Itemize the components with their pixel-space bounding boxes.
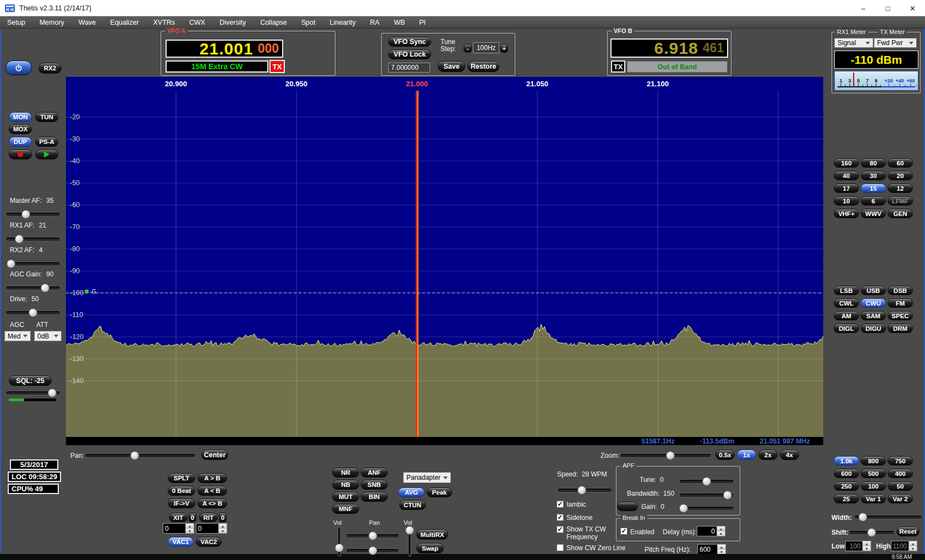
band-40-button[interactable]: 40 — [834, 171, 859, 180]
save-button[interactable]: Save — [438, 61, 465, 72]
rx1-meter-select[interactable]: Signal — [834, 38, 873, 48]
band-6-button[interactable]: 6 — [861, 196, 886, 206]
record-button[interactable] — [9, 149, 32, 159]
tx-meter-select[interactable]: Fwd Pwr — [874, 38, 917, 48]
vfo-op-0beat-button[interactable]: 0 Beat — [168, 486, 195, 496]
filter-250-button[interactable]: 250 — [834, 481, 859, 491]
menu-linearity[interactable]: Linearity — [323, 16, 363, 28]
center-button[interactable]: Center — [201, 450, 228, 460]
xit-button[interactable]: XIT — [169, 513, 188, 522]
filter-shift-slider-thumb[interactable] — [867, 528, 876, 537]
menu-memory[interactable]: Memory — [32, 16, 71, 28]
band-30-button[interactable]: 30 — [861, 171, 886, 180]
show-tx-cw-frequency-checkbox[interactable]: ✓ — [557, 526, 564, 533]
rx1-pan-slider[interactable] — [346, 531, 399, 540]
menu-spot[interactable]: Spot — [294, 16, 323, 28]
iambic-checkbox[interactable]: ✓ — [557, 501, 564, 508]
filter-25-button[interactable]: 25 — [834, 494, 859, 503]
vfo-b-tx-button[interactable]: TX — [611, 60, 625, 73]
zoom-4x-button[interactable]: 4x — [780, 450, 799, 460]
power-button[interactable] — [5, 60, 32, 75]
band-vhf-button[interactable]: VHF+ — [834, 209, 859, 218]
menu-wb[interactable]: WB — [387, 16, 412, 28]
zoom-2x-button[interactable]: 2x — [758, 450, 778, 460]
mode-am-button[interactable]: AM — [834, 311, 859, 320]
filter-500-button[interactable]: 500 — [861, 469, 886, 478]
menu-pi[interactable]: PI — [412, 16, 433, 28]
spin-up-icon[interactable]: ▲ — [909, 541, 917, 546]
maximize-button[interactable]: □ — [876, 0, 900, 16]
break-in-enabled-checkbox[interactable]: ✓ — [620, 528, 627, 535]
ctun-button[interactable]: CTUN — [399, 500, 426, 510]
filter-50-button[interactable]: 50 — [888, 481, 913, 491]
mode-spec-button[interactable]: SPEC — [888, 311, 913, 320]
slider-drive-thumb[interactable] — [29, 308, 37, 317]
swap-button[interactable]: Swap — [416, 543, 444, 553]
spin-up-icon[interactable]: ▲ — [717, 526, 725, 531]
mode-digl-button[interactable]: DIGL — [834, 324, 859, 333]
vfo-a-frequency-display[interactable]: 21.001 000 — [166, 40, 283, 58]
minimize-button[interactable]: – — [851, 0, 876, 16]
cw-speed-slider[interactable] — [557, 486, 612, 495]
spin-up-icon[interactable]: ▲ — [186, 524, 194, 529]
rx2-vol-slider[interactable] — [405, 527, 414, 557]
zoom-slider[interactable] — [620, 451, 712, 460]
display-mode-select[interactable]: Panadapter — [403, 472, 451, 483]
vfo-sync-button[interactable]: VFO Sync — [388, 37, 431, 47]
rit-spinner[interactable]: 0▲▼ — [196, 523, 227, 534]
apf-rx1-button[interactable] — [617, 502, 638, 511]
dsp-nr-button[interactable]: NR — [332, 468, 359, 478]
dsp-mnf-button[interactable]: MNF — [332, 504, 359, 514]
apf-gain-slider[interactable] — [679, 504, 734, 513]
dsp-bin-button[interactable]: BIN — [361, 492, 388, 502]
spin-up-icon[interactable]: ▲ — [219, 524, 227, 529]
dsp-nb-button[interactable]: NB — [332, 480, 359, 490]
spectrum-plot[interactable]: -20-30-40-50-60-70-80-90-100-110-120-130… — [66, 91, 823, 437]
break-in-delay-spinner[interactable]: 0▲▼ — [697, 526, 725, 536]
zoom-1x-button[interactable]: 1x — [737, 450, 756, 460]
band-20-button[interactable]: 20 — [888, 171, 913, 180]
close-button[interactable]: ✕ — [900, 0, 925, 16]
spin-up-icon[interactable]: ▲ — [863, 541, 871, 546]
vfo-op-ab-button[interactable]: A < B — [197, 486, 227, 496]
slider-agcgain[interactable] — [5, 284, 60, 292]
spin-up-icon[interactable]: ▲ — [718, 545, 725, 550]
pitch-freq-spinner[interactable]: 600▲▼ — [697, 544, 726, 555]
squelch-slider-thumb[interactable] — [48, 389, 57, 397]
zoom-0.5x-button[interactable]: 0.5x — [715, 450, 735, 460]
apf-gain-slider-thumb[interactable] — [679, 504, 688, 513]
spin-down-icon[interactable]: ▼ — [717, 531, 725, 536]
apf-tune-slider-thumb[interactable] — [702, 477, 711, 486]
ps-a-button[interactable]: PS-A — [35, 137, 58, 147]
filter-high-spinner[interactable]: 1100▲▼ — [891, 541, 917, 551]
dsp-anf-button[interactable]: ANF — [361, 468, 388, 478]
vac1-button[interactable]: VAC1 — [168, 537, 194, 547]
mode-drm-button[interactable]: DRM — [888, 324, 913, 333]
restore-button[interactable]: Restore — [467, 61, 499, 72]
band-60-button[interactable]: 60 — [888, 158, 913, 168]
rx1-vol-slider-thumb[interactable] — [335, 544, 344, 552]
band-15-button[interactable]: 15 — [861, 184, 886, 193]
mode-usb-button[interactable]: USB — [861, 286, 886, 295]
tune-step-up-button[interactable]: + — [500, 44, 508, 53]
vfo-lock-button[interactable]: VFO Lock — [388, 49, 431, 59]
slider-masteraf-thumb[interactable] — [21, 210, 30, 219]
apf-tune-slider[interactable] — [679, 477, 734, 486]
dup-button[interactable]: DUP — [9, 137, 32, 147]
dsp-snb-button[interactable]: SNB — [361, 480, 388, 490]
tun-button[interactable]: TUN — [35, 112, 58, 122]
filter-width-slider-thumb[interactable] — [858, 513, 867, 522]
show-cw-zero-line-checkbox[interactable] — [557, 544, 564, 551]
mode-dsb-button[interactable]: DSB — [888, 286, 913, 295]
mox-button[interactable]: MOX — [9, 124, 32, 134]
filter-width-slider[interactable] — [854, 513, 922, 522]
band-wwv-button[interactable]: WWV — [861, 209, 886, 218]
windows-taskbar[interactable]: 9:58 AM — [0, 554, 925, 560]
mode-fm-button[interactable]: FM — [888, 298, 913, 308]
spin-down-icon[interactable]: ▼ — [186, 529, 194, 533]
squelch-slider[interactable] — [5, 389, 60, 397]
menu-cwx[interactable]: CWX — [182, 16, 212, 28]
vfo-op-ifv-button[interactable]: IF->V — [168, 498, 195, 508]
tune-step-down-button[interactable]: - — [464, 44, 472, 53]
filter-400-button[interactable]: 400 — [888, 469, 913, 478]
